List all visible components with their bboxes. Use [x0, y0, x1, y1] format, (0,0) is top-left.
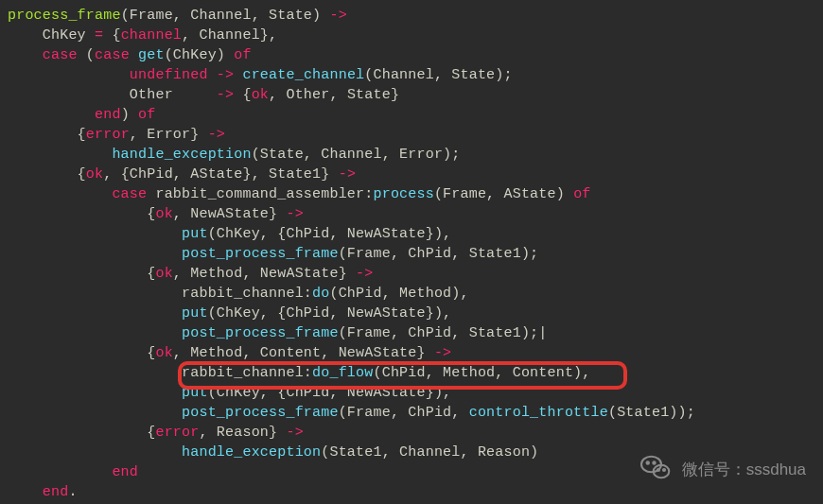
- code-token: handle_exception: [182, 444, 321, 461]
- code-token: (Channel, State);: [364, 67, 512, 83]
- code-token: (Frame, Channel, State): [121, 8, 330, 24]
- code-token: ChKey: [8, 27, 95, 43]
- code-token: Other: [8, 87, 217, 103]
- code-token: [8, 484, 43, 500]
- code-token: [8, 107, 95, 123]
- code-token: ->: [217, 87, 234, 103]
- code-token: [8, 444, 182, 461]
- code-token: (Frame, ChPid, State1);|: [339, 325, 548, 341]
- code-token: put: [182, 385, 208, 401]
- code-token: end: [43, 484, 69, 500]
- code-token: , {ChPid, AState}, State1}: [103, 166, 338, 182]
- code-token: do: [312, 286, 329, 302]
- code-token: error: [155, 425, 199, 441]
- code-token: (Frame, AState): [434, 186, 573, 202]
- code-token: (ChKey): [165, 47, 235, 63]
- code-block: process_frame(Frame, Channel, State) -> …: [0, 0, 823, 502]
- code-token: [130, 47, 138, 63]
- code-token: put: [182, 305, 208, 322]
- code-token: error: [86, 127, 130, 143]
- code-token: {: [8, 206, 155, 222]
- code-token: ok: [86, 166, 103, 182]
- code-token: =: [95, 27, 103, 43]
- code-token: [8, 325, 182, 341]
- code-token: ok: [155, 266, 172, 282]
- code-token: [8, 147, 112, 163]
- code-token: (ChPid, Method, Content),: [373, 365, 590, 381]
- code-token: ok: [155, 206, 172, 222]
- code-token: {: [8, 166, 86, 182]
- code-token: [8, 405, 182, 421]
- code-token: create_channel: [242, 67, 364, 83]
- code-token: of: [234, 47, 251, 63]
- code-token: process: [373, 186, 433, 202]
- code-token: process_frame: [8, 8, 121, 24]
- code-token: (ChPid, Method),: [329, 286, 468, 302]
- code-token: ->: [286, 206, 303, 222]
- code-token: .: [68, 484, 77, 500]
- code-token: ->: [339, 166, 356, 182]
- code-token: of: [573, 186, 590, 202]
- code-token: get: [138, 47, 165, 63]
- code-token: rabbit_command_assembler:: [147, 186, 373, 202]
- code-token: control_throttle: [469, 405, 608, 421]
- code-token: , Channel},: [182, 27, 277, 43]
- code-token: (ChKey, {ChPid, NewAState}),: [208, 385, 452, 401]
- code-token: case: [43, 47, 78, 63]
- code-token: [8, 226, 182, 242]
- code-token: ->: [356, 266, 373, 282]
- code-token: do_flow: [312, 365, 373, 381]
- code-token: ->: [434, 345, 451, 361]
- code-token: (ChKey, {ChPid, NewAState}),: [208, 305, 452, 322]
- code-token: [8, 464, 112, 480]
- code-token: ok: [155, 345, 172, 361]
- code-token: (State, Channel, Error);: [252, 147, 461, 163]
- code-token: case: [112, 186, 147, 202]
- code-token: (Frame, ChPid, State1);: [339, 246, 539, 262]
- code-token: (State1, Channel, Reason): [321, 444, 538, 461]
- code-token: (Frame, ChPid,: [339, 405, 469, 421]
- code-token: (ChKey, {ChPid, NewAState}),: [208, 226, 452, 242]
- code-token: end: [112, 464, 138, 480]
- code-token: , Method, NewAState}: [173, 266, 356, 282]
- code-token: undefined: [130, 67, 208, 83]
- code-token: ->: [208, 127, 225, 143]
- code-token: [8, 246, 182, 262]
- code-token: [8, 67, 130, 83]
- code-token: , NewAState}: [173, 206, 287, 222]
- code-token: end: [95, 107, 121, 123]
- code-token: [8, 385, 182, 401]
- code-token: rabbit_channel:: [8, 365, 312, 381]
- code-token: [208, 67, 217, 83]
- code-token: handle_exception: [112, 147, 251, 163]
- code-token: [8, 186, 112, 202]
- code-token: [8, 47, 43, 63]
- code-token: (: [78, 47, 95, 63]
- code-token: of: [138, 107, 155, 123]
- code-token: post_process_frame: [182, 405, 339, 421]
- code-token: , Other, State}: [269, 87, 399, 103]
- code-token: (State1));: [608, 405, 695, 421]
- code-token: ok: [252, 87, 269, 103]
- code-token: ->: [286, 425, 303, 441]
- code-token: post_process_frame: [182, 325, 339, 341]
- code-token: , Reason}: [199, 425, 286, 441]
- code-token: ): [121, 107, 138, 123]
- code-token: [8, 305, 182, 322]
- code-token: rabbit_channel:: [8, 286, 312, 302]
- code-token: {: [8, 266, 155, 282]
- code-token: ->: [329, 8, 346, 24]
- code-token: ->: [217, 67, 234, 83]
- code-token: {: [8, 127, 86, 143]
- code-token: {: [234, 87, 251, 103]
- code-token: post_process_frame: [182, 246, 339, 262]
- code-token: {: [8, 425, 155, 441]
- code-token: , Error}: [130, 127, 208, 143]
- code-token: , Method, Content, NewAState}: [173, 345, 434, 361]
- code-token: {: [8, 345, 155, 361]
- code-token: channel: [121, 27, 182, 43]
- code-token: {: [103, 27, 120, 43]
- code-token: case: [95, 47, 130, 63]
- code-token: put: [182, 226, 208, 242]
